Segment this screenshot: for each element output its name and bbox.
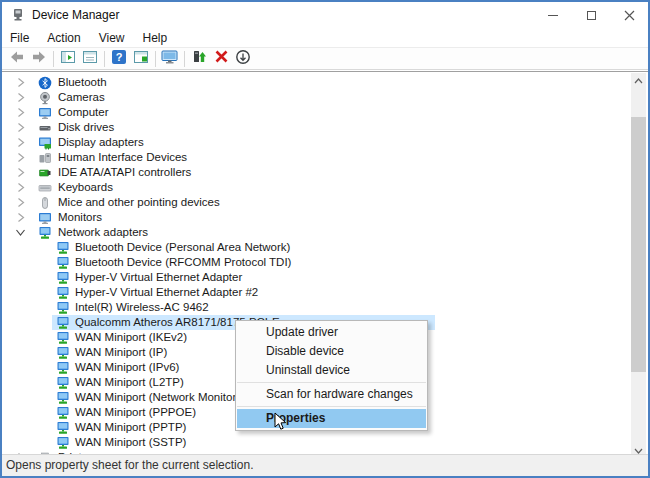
- tree-item[interactable]: Computer: [2, 105, 631, 120]
- device-manager-window: Device Manager FileActionViewHelp ? Blue…: [0, 0, 650, 478]
- menu-action[interactable]: Action: [38, 29, 89, 47]
- close-button[interactable]: [610, 2, 648, 28]
- help-icon: ?: [111, 49, 127, 69]
- network-adapter-icon: [56, 346, 70, 360]
- forward-arrow-icon: [31, 49, 47, 69]
- tree-item[interactable]: Bluetooth Device (Personal Area Network): [2, 240, 631, 255]
- menu-view[interactable]: View: [90, 29, 134, 47]
- tree-item-label: Cameras: [58, 90, 105, 105]
- toolbar-separator: [184, 51, 185, 67]
- tree-item[interactable]: IDE ATA/ATAPI controllers: [2, 165, 631, 180]
- tree-item-label: Human Interface Devices: [58, 150, 187, 165]
- scrollbar-up-arrow-icon[interactable]: [631, 73, 646, 89]
- update-driver-button[interactable]: [188, 49, 210, 69]
- tree-item[interactable]: WAN Miniport (SSTP): [2, 435, 631, 450]
- chevron-right-icon[interactable]: [14, 151, 27, 164]
- minimize-button[interactable]: [534, 2, 572, 28]
- tree-item-label: Monitors: [58, 210, 102, 225]
- network-adapter-icon: [38, 226, 52, 240]
- context-menu-separator: [237, 406, 426, 407]
- forward-button[interactable]: [28, 49, 50, 69]
- tree-item[interactable]: Cameras: [2, 90, 631, 105]
- context-menu-item-properties[interactable]: Properties: [237, 409, 426, 428]
- tree-item-label: Disk drives: [58, 120, 114, 135]
- chevron-right-icon[interactable]: [14, 166, 27, 179]
- toolbar: ?: [2, 48, 648, 70]
- tree-item[interactable]: Network adapters: [2, 225, 631, 240]
- menu-file[interactable]: File: [2, 29, 38, 47]
- minimize-icon: [548, 15, 558, 16]
- context-menu-item-update-driver[interactable]: Update driver: [236, 323, 427, 342]
- tree-item[interactable]: Hyper-V Virtual Ethernet Adapter #2: [2, 285, 631, 300]
- tree-item[interactable]: Keyboards: [2, 180, 631, 195]
- tree-item-label: IDE ATA/ATAPI controllers: [58, 165, 191, 180]
- action-pane-button[interactable]: [130, 49, 152, 69]
- network-adapter-icon: [56, 331, 70, 345]
- tree-item-label: WAN Miniport (IKEv2): [75, 330, 187, 345]
- tree-item-label: Bluetooth Device (Personal Area Network): [75, 240, 290, 255]
- context-menu-item-disable-device[interactable]: Disable device: [236, 342, 427, 361]
- chevron-right-icon[interactable]: [14, 106, 27, 119]
- chevron-right-icon[interactable]: [14, 76, 27, 89]
- monitor-icon: [38, 211, 52, 225]
- keyboard-icon: [38, 181, 52, 195]
- tree-item[interactable]: Intel(R) Wireless-AC 9462: [2, 300, 631, 315]
- chevron-right-icon[interactable]: [14, 211, 27, 224]
- devices-view-button[interactable]: [159, 49, 181, 69]
- tree-item-label: Intel(R) Wireless-AC 9462: [75, 300, 209, 315]
- help-button[interactable]: ?: [108, 49, 130, 69]
- chevron-right-icon[interactable]: [14, 121, 27, 134]
- tree-item[interactable]: Human Interface Devices: [2, 150, 631, 165]
- chevron-right-icon[interactable]: [14, 196, 27, 209]
- tree-item[interactable]: Display adapters: [2, 135, 631, 150]
- tree-item[interactable]: Hyper-V Virtual Ethernet Adapter: [2, 270, 631, 285]
- show-console-tree-button[interactable]: [57, 49, 79, 69]
- window-panel-icon: [60, 49, 76, 69]
- tree-item-label: Hyper-V Virtual Ethernet Adapter: [75, 270, 242, 285]
- vertical-scrollbar[interactable]: [631, 73, 646, 459]
- network-adapter-icon: [56, 421, 70, 435]
- tree-item[interactable]: Monitors: [2, 210, 631, 225]
- back-button[interactable]: [6, 49, 28, 69]
- toolbar-separator: [155, 51, 156, 67]
- maximize-button[interactable]: [572, 2, 610, 28]
- context-menu: Update driverDisable deviceUninstall dev…: [235, 320, 428, 431]
- disable-device-button[interactable]: [232, 49, 254, 69]
- tree-item-label: Network adapters: [58, 225, 148, 240]
- menu-bar: FileActionViewHelp: [2, 28, 648, 48]
- chevron-right-icon[interactable]: [14, 91, 27, 104]
- toolbar-separator: [53, 51, 54, 67]
- status-bar: Opens property sheet for the current sel…: [2, 454, 648, 476]
- ide-controller-icon: [38, 166, 52, 180]
- tree-item-label: WAN Miniport (PPPOE): [75, 405, 196, 420]
- network-adapter-icon: [56, 436, 70, 450]
- chevron-down-icon[interactable]: [14, 226, 27, 239]
- window-controls: [534, 2, 648, 28]
- chevron-right-icon[interactable]: [14, 136, 27, 149]
- maximize-icon: [587, 11, 596, 20]
- tree-item[interactable]: Disk drives: [2, 120, 631, 135]
- network-adapter-icon: [56, 376, 70, 390]
- tree-item[interactable]: Bluetooth: [2, 75, 631, 90]
- tree-item-label: WAN Miniport (IPv6): [75, 360, 179, 375]
- display-adapter-icon: [38, 136, 52, 150]
- properties-button[interactable]: [79, 49, 101, 69]
- svg-text:?: ?: [116, 51, 123, 63]
- tree-item[interactable]: Mice and other pointing devices: [2, 195, 631, 210]
- device-manager-app-icon: [10, 7, 26, 23]
- tree-item-label: Keyboards: [58, 180, 113, 195]
- mouse-icon: [38, 196, 52, 210]
- toolbar-separator: [104, 51, 105, 67]
- tree-item[interactable]: Bluetooth Device (RFCOMM Protocol TDI): [2, 255, 631, 270]
- uninstall-device-button[interactable]: [210, 49, 232, 69]
- update-driver-icon: [191, 49, 207, 69]
- context-menu-item-scan-for-hardware-changes[interactable]: Scan for hardware changes: [236, 385, 427, 404]
- menu-help[interactable]: Help: [134, 29, 177, 47]
- network-adapter-icon: [56, 271, 70, 285]
- uninstall-x-icon: [214, 49, 229, 68]
- tree-item-label: WAN Miniport (PPTP): [75, 420, 186, 435]
- chevron-right-icon[interactable]: [14, 181, 27, 194]
- tree-item-label: WAN Miniport (Network Monitor): [75, 390, 240, 405]
- context-menu-item-uninstall-device[interactable]: Uninstall device: [236, 361, 427, 380]
- scrollbar-thumb[interactable]: [631, 117, 646, 372]
